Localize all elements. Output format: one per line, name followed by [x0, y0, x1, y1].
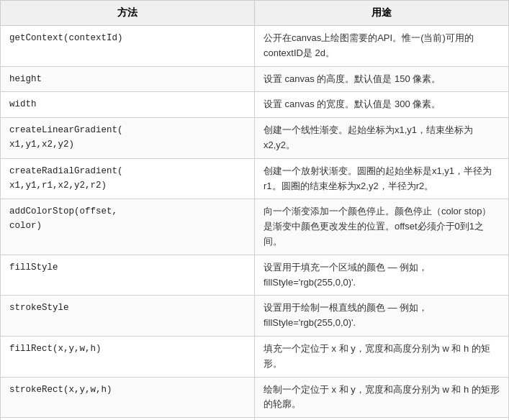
table-row: createRadialGradient( x1,y1,r1,x2,y2,r2)… [1, 158, 509, 199]
method-cell: moveTo(x,y) [1, 418, 255, 420]
method-cell: getContext(contextId) [1, 26, 255, 67]
description-cell: 将绘图位置移动到坐标 x,y。 [255, 418, 509, 420]
table-row: createLinearGradient( x1,y1,x2,y2)创建一个线性… [1, 118, 509, 159]
method-cell: height [1, 66, 255, 92]
table-row: strokeStyle设置用于绘制一根直线的颜色 — 例如，fillStyle=… [1, 296, 509, 337]
description-cell: 设置用于绘制一根直线的颜色 — 例如，fillStyle='rgb(255,0,… [255, 296, 509, 337]
col-method-header: 方法 [1, 1, 255, 26]
table-wrapper: 方法 用途 getContext(contextId)公开在canvas上绘图需… [0, 0, 509, 420]
description-cell: 创建一个放射状渐变。圆圈的起始坐标是x1,y1，半径为r1。圆圈的结束坐标为x2… [255, 158, 509, 199]
description-cell: 创建一个线性渐变。起始坐标为x1,y1，结束坐标为x2,y2。 [255, 118, 509, 159]
table-row: moveTo(x,y)将绘图位置移动到坐标 x,y。 [1, 418, 509, 420]
table-row: height设置 canvas 的高度。默认值是 150 像素。 [1, 66, 509, 92]
table-row: strokeRect(x,y,w,h)绘制一个定位于 x 和 y，宽度和高度分别… [1, 377, 509, 418]
table-row: fillRect(x,y,w,h)填充一个定位于 x 和 y，宽度和高度分别为 … [1, 336, 509, 377]
table-row: width设置 canvas 的宽度。默认值是 300 像素。 [1, 92, 509, 118]
method-cell: strokeRect(x,y,w,h) [1, 377, 255, 418]
method-cell: fillRect(x,y,w,h) [1, 336, 255, 377]
table-row: fillStyle设置用于填充一个区域的颜色 — 例如，fillStyle='r… [1, 255, 509, 296]
method-cell: fillStyle [1, 255, 255, 296]
description-cell: 设置 canvas 的宽度。默认值是 300 像素。 [255, 92, 509, 118]
description-cell: 向一个渐变添加一个颜色停止。颜色停止（color stop）是渐变中颜色更改发生… [255, 199, 509, 255]
description-cell: 公开在canvas上绘图需要的API。惟一(当前)可用的contextID是 2… [255, 26, 509, 67]
method-cell: createRadialGradient( x1,y1,r1,x2,y2,r2) [1, 158, 255, 199]
description-cell: 设置用于填充一个区域的颜色 — 例如，fillStyle='rgb(255,0,… [255, 255, 509, 296]
method-cell: strokeStyle [1, 296, 255, 337]
table-row: getContext(contextId)公开在canvas上绘图需要的API。… [1, 26, 509, 67]
method-cell: width [1, 92, 255, 118]
description-cell: 绘制一个定位于 x 和 y，宽度和高度分别为 w 和 h 的矩形的轮廓。 [255, 377, 509, 418]
col-description-header: 用途 [255, 1, 509, 26]
description-cell: 填充一个定位于 x 和 y，宽度和高度分别为 w 和 h 的矩形。 [255, 336, 509, 377]
table-header-row: 方法 用途 [1, 1, 509, 26]
description-cell: 设置 canvas 的高度。默认值是 150 像素。 [255, 66, 509, 92]
method-cell: addColorStop(offset, color) [1, 199, 255, 255]
method-cell: createLinearGradient( x1,y1,x2,y2) [1, 118, 255, 159]
table-row: addColorStop(offset, color)向一个渐变添加一个颜色停止… [1, 199, 509, 255]
api-reference-table: 方法 用途 getContext(contextId)公开在canvas上绘图需… [0, 0, 509, 420]
